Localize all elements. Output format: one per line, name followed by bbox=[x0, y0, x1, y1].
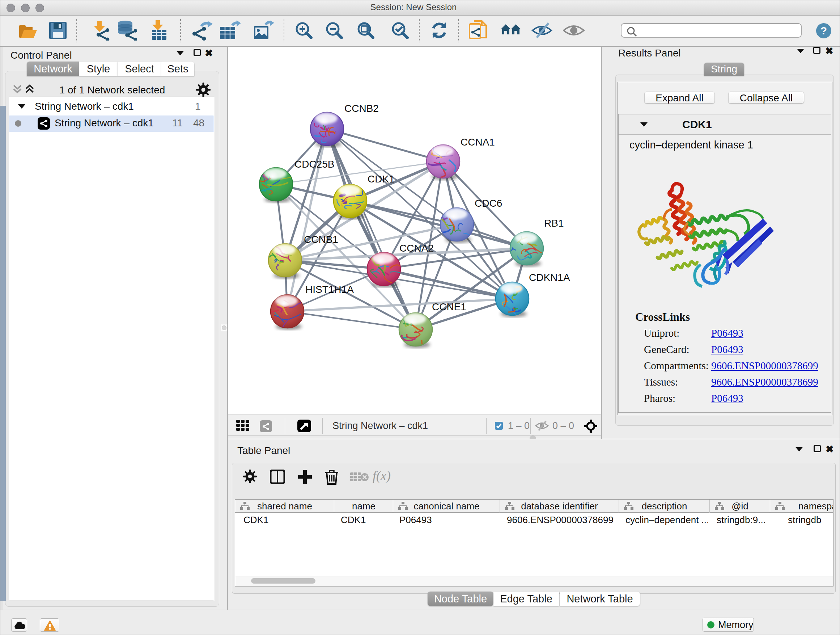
svg-text:CDKN1A: CDKN1A bbox=[529, 272, 570, 283]
svg-text:HIST1H1A: HIST1H1A bbox=[305, 284, 354, 295]
svg-text:RB1: RB1 bbox=[544, 218, 564, 229]
svg-text:CCNA1: CCNA1 bbox=[461, 136, 495, 148]
svg-text:CDC6: CDC6 bbox=[475, 198, 502, 209]
svg-text:CDC25B: CDC25B bbox=[294, 158, 334, 170]
svg-text:CDK1: CDK1 bbox=[368, 173, 395, 185]
svg-text:CCNB1: CCNB1 bbox=[304, 234, 338, 245]
svg-text:CCNA2: CCNA2 bbox=[399, 242, 434, 254]
svg-text:CCNE1: CCNE1 bbox=[432, 301, 466, 312]
svg-text:CCNB2: CCNB2 bbox=[344, 103, 379, 114]
